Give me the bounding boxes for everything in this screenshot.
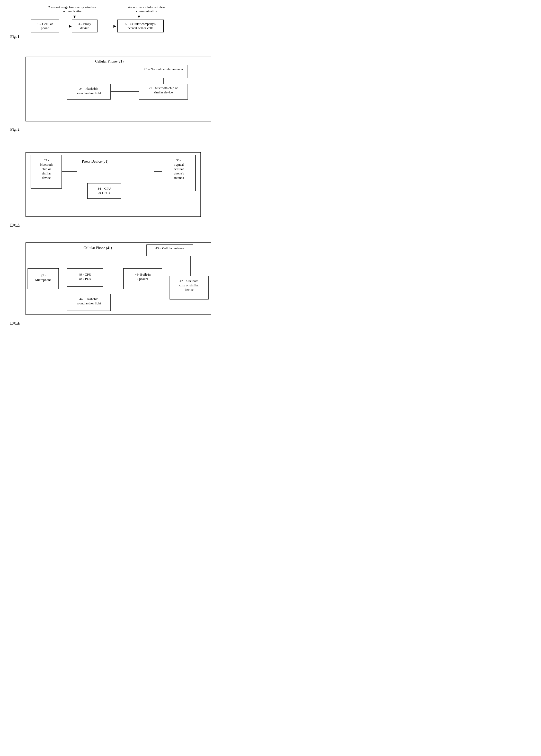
svg-text:bluetooth: bluetooth — [40, 163, 53, 167]
svg-rect-26 — [26, 243, 211, 315]
fig2-diagram: Cellular Phone (21) 23 – Normal cellular… — [10, 54, 221, 126]
fig2-label-text: Fig. 2 — [10, 127, 20, 132]
svg-text:device: device — [185, 288, 194, 292]
fig2-box24-line1: 24 - Flashable — [79, 87, 98, 91]
svg-text:47 -: 47 - — [41, 274, 46, 278]
fig2-label: Fig. 2 — [10, 127, 221, 132]
fig1-box3: 3 – Proxy device — [72, 20, 98, 32]
svg-rect-8 — [26, 152, 201, 217]
fig1-annotation4: 4 – normal cellular wireless communicati… — [124, 5, 170, 13]
svg-text:49 - CPU: 49 - CPU — [79, 273, 91, 276]
fig2-box22-line1: 22 - bluetooth chip or — [149, 86, 178, 90]
fig3-section: Proxy Device (31) 32 - bluetooth chip or… — [10, 142, 221, 227]
fig1-box1: 1 – Cellular phone — [31, 20, 59, 32]
fig4-title: Cellular Phone (41) — [84, 246, 112, 250]
svg-text:Typical: Typical — [174, 163, 184, 167]
fig1-annotation2: 2 – short range low energy wireless comm… — [46, 5, 98, 13]
svg-text:44 - Flashable: 44 - Flashable — [79, 297, 98, 301]
svg-text:sound and/or light: sound and/or light — [77, 91, 101, 95]
fig4-label-text: Fig. 4 — [10, 321, 20, 325]
fig2-title: Cellular Phone (21) — [95, 59, 124, 64]
svg-text:43 – Cellular antenna: 43 – Cellular antenna — [155, 246, 184, 250]
svg-text:Speaker: Speaker — [137, 277, 149, 281]
svg-text:phone's: phone's — [174, 171, 184, 175]
svg-text:similar device: similar device — [154, 90, 173, 94]
fig2-box23-line1: 23 – Normal cellular antenna — [144, 67, 183, 71]
fig1-label: Fig. 1 — [10, 34, 221, 39]
fig4-section: Cellular Phone (41) 43 – Cellular antenn… — [10, 240, 221, 325]
svg-text:chip or: chip or — [42, 167, 51, 171]
svg-text:device: device — [42, 176, 51, 180]
fig3-label: Fig. 3 — [10, 223, 221, 227]
svg-text:42 - bluetooth: 42 - bluetooth — [180, 279, 199, 283]
fig1-section: 2 – short range low energy wireless comm… — [10, 5, 221, 47]
svg-text:or CPUs: or CPUs — [99, 191, 110, 195]
fig3-label-text: Fig. 3 — [10, 223, 20, 227]
svg-text:32 -: 32 - — [44, 158, 49, 162]
svg-text:34 – CPU: 34 – CPU — [98, 187, 111, 190]
fig3-title: Proxy Device (31) — [82, 160, 109, 164]
svg-text:or CPUs: or CPUs — [79, 277, 91, 281]
fig4-label: Fig. 4 — [10, 321, 221, 325]
fig1-box5: 5 - Cellular company's nearest cell or c… — [117, 20, 164, 32]
svg-text:sound and/or light: sound and/or light — [77, 301, 101, 305]
svg-text:Microphone: Microphone — [35, 278, 51, 282]
fig2-section: Cellular Phone (21) 23 – Normal cellular… — [10, 54, 221, 132]
svg-text:33 -: 33 - — [176, 158, 182, 162]
fig3-diagram: Proxy Device (31) 32 - bluetooth chip or… — [10, 142, 221, 222]
fig4-diagram: Cellular Phone (41) 43 – Cellular antenn… — [10, 240, 221, 320]
svg-text:cellular: cellular — [174, 167, 184, 171]
svg-text:chip or similar: chip or similar — [179, 283, 199, 287]
svg-text:antenna: antenna — [174, 176, 184, 180]
svg-rect-0 — [26, 57, 211, 121]
svg-text:46- Built-in: 46- Built-in — [135, 273, 151, 276]
svg-text:similar: similar — [42, 171, 51, 175]
